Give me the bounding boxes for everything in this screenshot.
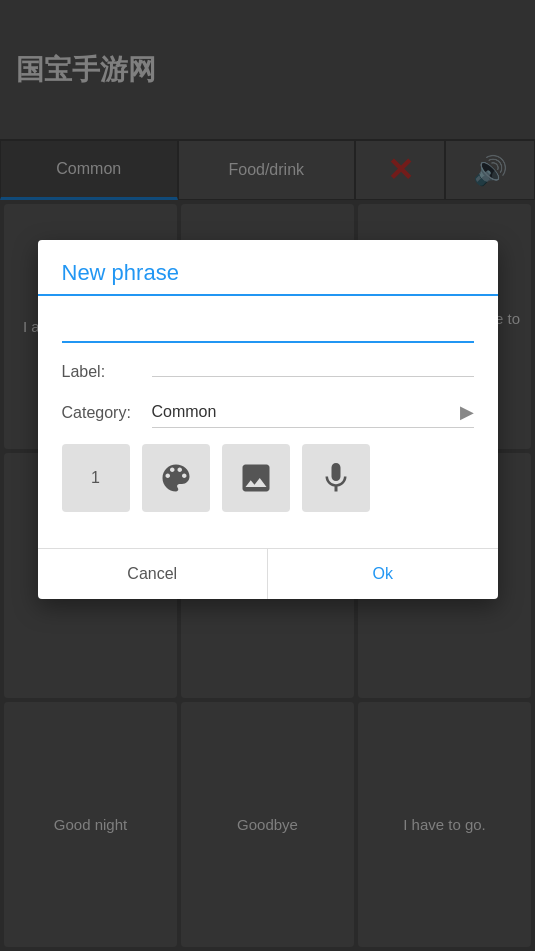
modal-title: New phrase <box>38 240 498 294</box>
icon-button-row: 1 <box>62 444 474 512</box>
category-dropdown[interactable]: Common ▶ <box>152 397 474 428</box>
ok-button[interactable]: Ok <box>268 549 498 599</box>
palette-icon <box>158 460 194 496</box>
number-button[interactable]: 1 <box>62 444 130 512</box>
category-field-row: Category: Common ▶ <box>62 397 474 428</box>
mic-icon <box>318 460 354 496</box>
image-button[interactable] <box>222 444 290 512</box>
image-icon <box>238 460 274 496</box>
phrase-input[interactable] <box>62 312 474 343</box>
label-field-value[interactable] <box>152 368 474 377</box>
palette-button[interactable] <box>142 444 210 512</box>
modal-divider <box>38 294 498 296</box>
modal-body: Label: Category: Common ▶ 1 <box>38 312 498 548</box>
chevron-down-icon: ▶ <box>460 401 474 423</box>
cancel-button[interactable]: Cancel <box>38 549 269 599</box>
mic-button[interactable] <box>302 444 370 512</box>
new-phrase-modal: New phrase Label: Category: Common ▶ <box>38 240 498 599</box>
modal-actions: Cancel Ok <box>38 548 498 599</box>
modal-overlay: New phrase Label: Category: Common ▶ <box>0 0 535 951</box>
label-field-label: Label: <box>62 363 152 381</box>
category-field-label: Category: <box>62 404 152 422</box>
label-field-row: Label: <box>62 363 474 381</box>
